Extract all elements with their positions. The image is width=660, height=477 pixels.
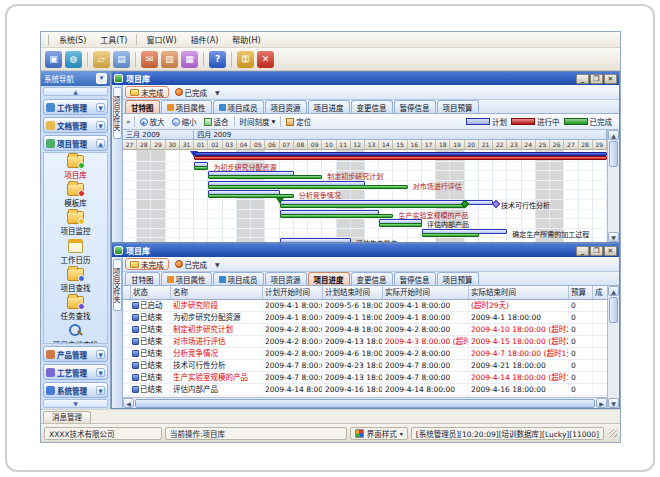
sidebar-scroll-down[interactable]: ▼ xyxy=(43,399,108,408)
column-header-名称[interactable]: 名称 xyxy=(171,286,263,299)
folder-window-icon[interactable]: ▤ xyxy=(113,51,130,68)
tab-项目预算[interactable]: 项目预算 xyxy=(437,100,479,113)
gantt-done-bar[interactable] xyxy=(422,233,479,237)
sidebar-scroll-up[interactable]: ▲ xyxy=(43,87,108,96)
overflow-chevron-icon[interactable]: » xyxy=(126,117,131,126)
column-header-预算[interactable]: 预算 xyxy=(569,286,593,299)
tab-message-management[interactable]: 消息管理 xyxy=(43,411,91,423)
menu-item-5[interactable]: 帮助(H) xyxy=(225,33,267,46)
sidebar-item-项目监控[interactable]: 项目监控 xyxy=(61,211,91,236)
scroll-down-icon[interactable]: ▼ xyxy=(608,232,619,242)
day-header-cell[interactable]: 27 xyxy=(123,140,137,150)
gantt-done-bar[interactable] xyxy=(194,166,208,170)
menu-item-1[interactable]: 系统(S) xyxy=(52,33,93,46)
scrollbar-thumb[interactable] xyxy=(609,297,618,323)
report-red-icon[interactable]: ✉ xyxy=(141,51,158,68)
table-row[interactable]: 已结束制定初步研究计划2009-4-2 8:00:002009-4-8 18:0… xyxy=(123,324,607,336)
day-header-cell[interactable]: 08 xyxy=(294,140,308,150)
web-globe-icon[interactable]: ◍ xyxy=(65,51,82,68)
tab-overflow-chevron-icon[interactable]: ▼ xyxy=(215,261,220,268)
window1-titlebar[interactable]: 项目库 _ ❐ ✕ xyxy=(112,72,619,85)
tab-project-folder[interactable]: 项目文件夹 xyxy=(113,259,122,311)
interface-style-selector[interactable]: 界面样式 ▾ xyxy=(350,427,408,440)
chevron-down-icon[interactable]: ▼ xyxy=(96,368,105,377)
scroll-up-icon[interactable]: ▲ xyxy=(608,130,619,140)
restore-button[interactable]: ❐ xyxy=(590,74,603,84)
my-computer-icon[interactable]: ▣ xyxy=(45,51,62,68)
chevron-up-icon[interactable]: ▲ xyxy=(96,139,105,148)
close-button[interactable]: ✕ xyxy=(604,74,617,84)
day-header-cell[interactable]: 04 xyxy=(237,140,251,150)
scroll-right-icon[interactable]: ▶ xyxy=(596,398,607,408)
day-header-cell[interactable]: 18 xyxy=(436,140,450,150)
pin-icon[interactable]: ▾ xyxy=(96,73,107,84)
sidebar-section-工作管理[interactable]: 工作管理▼ xyxy=(43,99,108,115)
tab-未完成[interactable]: 未完成 xyxy=(125,258,169,270)
day-header-cell[interactable]: 28 xyxy=(137,140,151,150)
day-header-cell[interactable]: 06 xyxy=(265,140,279,150)
day-header-cell[interactable]: 27 xyxy=(564,140,578,150)
locate-button[interactable]: 定位 xyxy=(284,116,313,127)
day-header-cell[interactable]: 24 xyxy=(522,140,536,150)
tab-项目成员[interactable]: 项目成员 xyxy=(213,272,264,285)
day-header-cell[interactable]: 26 xyxy=(550,140,564,150)
day-header-cell[interactable]: 16 xyxy=(408,140,422,150)
tab-项目资源[interactable]: 项目资源 xyxy=(265,272,307,285)
day-header-cell[interactable]: 25 xyxy=(536,140,550,150)
table-row[interactable]: 已结束评估内部产品2009-4-14 8:00:002009-4-16 18:0… xyxy=(123,384,607,396)
sidebar-section-系统管理[interactable]: 系统管理▼ xyxy=(43,382,108,398)
table-row[interactable]: 已结束技术可行性分析2009-4-7 8:00:002009-4-23 18:0… xyxy=(123,360,607,372)
gantt-done-bar[interactable] xyxy=(208,185,407,189)
tab-已完成[interactable]: 已完成 xyxy=(171,258,212,270)
fit-button[interactable]: 适合 xyxy=(202,116,231,127)
minimize-button[interactable]: _ xyxy=(576,74,589,84)
chevron-down-icon[interactable]: ▼ xyxy=(96,121,105,130)
sidebar-item-项目文档查找[interactable]: 项目文档查找 xyxy=(53,324,98,344)
day-header-cell[interactable]: 13 xyxy=(365,140,379,150)
window2-titlebar[interactable]: 项目库 _ ❐ ✕ xyxy=(112,244,619,257)
table-row[interactable]: 已结束分析竞争情况2009-4-2 8:00:002009-4-6 18:00:… xyxy=(123,348,607,360)
day-header-cell[interactable]: 05 xyxy=(251,140,265,150)
tab-未完成[interactable]: 未完成 xyxy=(125,86,169,98)
tab-项目进度[interactable]: 项目进度 xyxy=(308,272,350,285)
day-header-cell[interactable]: 19 xyxy=(450,140,464,150)
day-header-cell[interactable]: 23 xyxy=(507,140,521,150)
column-header-状态[interactable]: 状态 xyxy=(131,286,171,299)
restore-button[interactable]: ❐ xyxy=(590,246,603,256)
table-row[interactable]: 已结束生产实验室规模的产品2009-4-7 8:00:002009-4-13 1… xyxy=(123,372,607,384)
day-header-cell[interactable]: 09 xyxy=(308,140,322,150)
sidebar-section-工艺管理[interactable]: 工艺管理▼ xyxy=(43,364,108,380)
gantt-done-bar[interactable] xyxy=(208,175,322,179)
day-header-cell[interactable]: 11 xyxy=(337,140,351,150)
gantt-done-bar[interactable] xyxy=(379,223,422,227)
menu-item-4[interactable]: 插件(A) xyxy=(184,33,226,46)
table-horizontal-scrollbar[interactable]: ◀ ▶ xyxy=(123,397,607,408)
sidebar-section-项目管理[interactable]: 项目管理▲ xyxy=(43,135,108,151)
gantt-done-bar[interactable] xyxy=(280,214,394,218)
menu-item-3[interactable]: 窗口(W) xyxy=(139,33,183,46)
chevron-down-icon[interactable]: ▼ xyxy=(96,350,105,359)
column-header-实际结束时间[interactable]: 实际结束时间 xyxy=(469,286,569,299)
tab-项目预算[interactable]: 项目预算 xyxy=(437,272,479,285)
tab-暂停信息[interactable]: 暂停信息 xyxy=(394,100,436,113)
column-header-selector[interactable] xyxy=(123,286,131,299)
table-row[interactable]: 已结束对市场进行评估2009-4-2 8:00:002009-4-13 18:0… xyxy=(123,336,607,348)
time-scale-button[interactable]: 时间刻度▾ xyxy=(238,116,278,127)
gantt-summary-progress-bar[interactable] xyxy=(194,156,607,160)
tab-甘特图[interactable]: 甘特图 xyxy=(125,272,160,285)
day-header-cell[interactable]: 02 xyxy=(208,140,222,150)
table-row[interactable]: 已结束为初步研究分配资源2009-4-1 8:00:002009-4-1 18:… xyxy=(123,312,607,324)
scrollbar-thumb[interactable] xyxy=(609,141,618,167)
column-header-计划结束时间[interactable]: 计划结束时间 xyxy=(323,286,383,299)
gantt-done-bar[interactable] xyxy=(280,204,465,208)
tab-已完成[interactable]: 已完成 xyxy=(171,86,212,98)
zoom-in-button[interactable]: +放大 xyxy=(138,116,167,127)
sidebar-item-工作日历[interactable]: 工作日历 xyxy=(61,239,91,265)
column-header-实际开始时间[interactable]: 实际开始时间 xyxy=(383,286,469,299)
day-header-cell[interactable]: 28 xyxy=(579,140,593,150)
day-header-cell[interactable]: 01 xyxy=(194,140,208,150)
tab-变更信息[interactable]: 变更信息 xyxy=(351,100,393,113)
scroll-down-icon[interactable]: ▼ xyxy=(608,398,619,408)
tab-变更信息[interactable]: 变更信息 xyxy=(351,272,393,285)
tab-项目属性[interactable]: 项目属性 xyxy=(161,272,212,285)
